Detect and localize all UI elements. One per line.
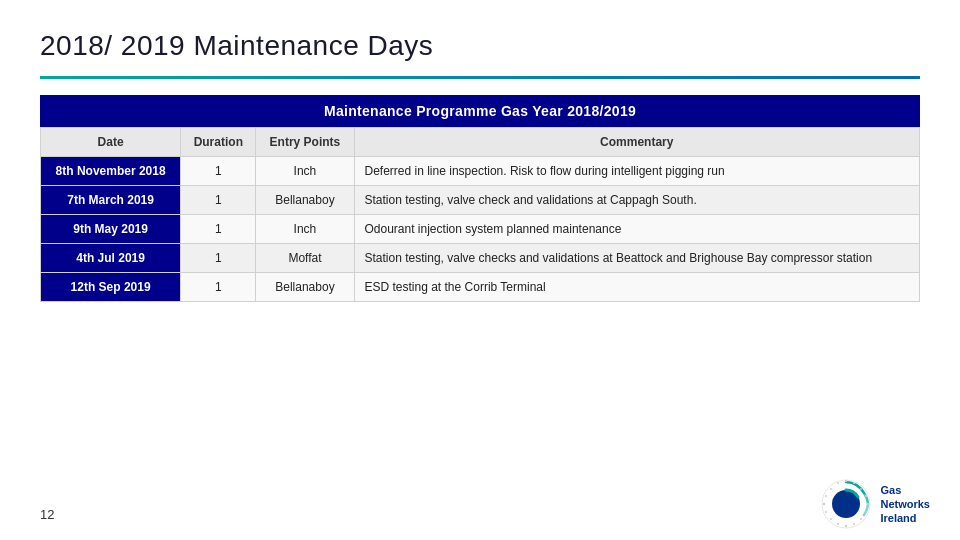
table-wrapper: Maintenance Programme Gas Year 2018/2019… — [40, 95, 920, 302]
svg-point-7 — [860, 518, 862, 520]
maintenance-table: Date Duration Entry Points Commentary 8t… — [40, 127, 920, 302]
divider — [40, 76, 920, 79]
cell-commentary: Deferred in line inspection. Risk to flo… — [354, 157, 920, 186]
cell-commentary: ESD testing at the Corrib Terminal — [354, 273, 920, 302]
table-row: 7th March 20191BellanaboyStation testing… — [41, 186, 920, 215]
cell-duration: 1 — [181, 215, 256, 244]
svg-point-6 — [865, 511, 867, 513]
logo-line2: Networks — [880, 497, 930, 511]
cell-entry-point: Inch — [256, 157, 354, 186]
table-row: 9th May 20191InchOdourant injection syst… — [41, 215, 920, 244]
svg-point-16 — [837, 482, 839, 484]
cell-commentary: Odourant injection system planned mainte… — [354, 215, 920, 244]
cell-date: 7th March 2019 — [41, 186, 181, 215]
table-row: 4th Jul 20191MoffatStation testing, valv… — [41, 244, 920, 273]
svg-point-3 — [860, 488, 862, 490]
logo-text: Gas Networks Ireland — [880, 483, 930, 526]
svg-point-11 — [830, 518, 832, 520]
logo-area: Gas Networks Ireland — [820, 478, 930, 530]
page-number: 12 — [40, 507, 54, 522]
cell-entry-point: Inch — [256, 215, 354, 244]
svg-point-15 — [830, 488, 832, 490]
cell-duration: 1 — [181, 157, 256, 186]
table-row: 12th Sep 20191BellanaboyESD testing at t… — [41, 273, 920, 302]
svg-point-9 — [845, 525, 847, 527]
logo-icon — [820, 478, 872, 530]
svg-point-5 — [867, 503, 869, 505]
logo-line3: Ireland — [880, 511, 930, 525]
cell-entry-point: Moffat — [256, 244, 354, 273]
page-container: 2018/ 2019 Maintenance Days Maintenance … — [0, 0, 960, 540]
col-header-entry-points: Entry Points — [256, 128, 354, 157]
svg-point-12 — [825, 511, 827, 513]
svg-point-4 — [865, 495, 867, 497]
cell-date: 12th Sep 2019 — [41, 273, 181, 302]
svg-point-1 — [845, 480, 847, 482]
svg-point-14 — [825, 495, 827, 497]
col-header-commentary: Commentary — [354, 128, 920, 157]
cell-commentary: Station testing, valve checks and valida… — [354, 244, 920, 273]
cell-entry-point: Bellanaboy — [256, 273, 354, 302]
cell-duration: 1 — [181, 273, 256, 302]
cell-duration: 1 — [181, 244, 256, 273]
svg-point-10 — [837, 523, 839, 525]
cell-entry-point: Bellanaboy — [256, 186, 354, 215]
svg-point-2 — [853, 482, 855, 484]
cell-date: 4th Jul 2019 — [41, 244, 181, 273]
table-row: 8th November 20181InchDeferred in line i… — [41, 157, 920, 186]
table-header: Maintenance Programme Gas Year 2018/2019 — [40, 95, 920, 127]
col-header-duration: Duration — [181, 128, 256, 157]
col-header-date: Date — [41, 128, 181, 157]
cell-date: 9th May 2019 — [41, 215, 181, 244]
svg-point-13 — [823, 503, 825, 505]
svg-point-8 — [853, 523, 855, 525]
cell-date: 8th November 2018 — [41, 157, 181, 186]
column-headers-row: Date Duration Entry Points Commentary — [41, 128, 920, 157]
page-title: 2018/ 2019 Maintenance Days — [40, 30, 920, 62]
logo-line1: Gas — [880, 483, 930, 497]
cell-duration: 1 — [181, 186, 256, 215]
cell-commentary: Station testing, valve check and validat… — [354, 186, 920, 215]
